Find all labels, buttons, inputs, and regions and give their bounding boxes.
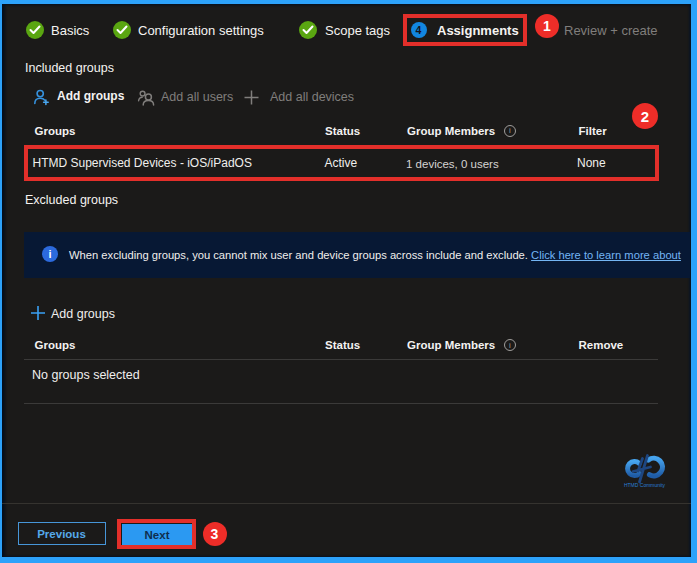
svg-text:HTMD Community: HTMD Community (624, 482, 666, 488)
